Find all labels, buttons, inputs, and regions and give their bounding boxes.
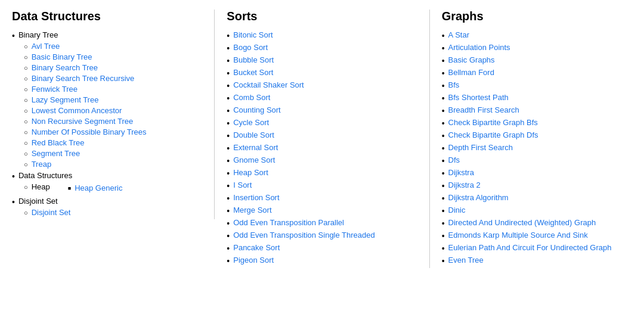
bubble-sort-link[interactable]: Bubble Sort	[233, 55, 274, 64]
avl-tree-link[interactable]: Avl Tree	[32, 42, 60, 51]
list-item: Articulation Points	[442, 43, 632, 53]
treap-link[interactable]: Treap	[32, 160, 51, 169]
even-tree-link[interactable]: Even Tree	[448, 256, 484, 265]
directed-undirected-graph-link[interactable]: Directed And Undirected (Weighted) Graph	[448, 218, 596, 227]
red-black-tree-link[interactable]: Red Black Tree	[32, 138, 85, 147]
list-item: Dfs	[442, 156, 632, 166]
list-item: Disjoint Set	[24, 208, 202, 217]
check-bipartite-dfs-link[interactable]: Check Bipartite Graph Dfs	[448, 130, 538, 139]
external-sort-link[interactable]: External Sort	[233, 143, 278, 152]
list-item: Eulerian Path And Circuit For Undirected…	[442, 243, 632, 253]
heap-generic-link[interactable]: Heap Generic	[75, 184, 122, 192]
heap-sub-list: Heap Generic	[54, 184, 123, 194]
insertion-sort-link[interactable]: Insertion Sort	[233, 193, 279, 202]
depth-first-search-link[interactable]: Depth First Search	[448, 143, 513, 152]
dijkstra-link[interactable]: Dijkstra	[448, 168, 474, 177]
list-item: Comb Sort	[227, 93, 417, 103]
sorts-heading: Sorts	[227, 10, 417, 23]
merge-sort-link[interactable]: Merge Sort	[233, 206, 271, 214]
list-item: Edmonds Karp Multiple Source And Sink	[442, 231, 632, 241]
data-structures-column: Data Structures Binary Tree Avl Tree Bas…	[12, 10, 215, 219]
cocktail-shaker-sort-link[interactable]: Cocktail Shaker Sort	[233, 80, 304, 89]
disjoint-set-link[interactable]: Disjoint Set	[32, 208, 71, 217]
data-structures-list: Binary Tree Avl Tree Basic Binary Tree B…	[12, 30, 202, 217]
counting-sort-link[interactable]: Counting Sort	[233, 105, 281, 114]
list-item: Binary Tree Avl Tree Basic Binary Tree B…	[12, 30, 202, 169]
comb-sort-link[interactable]: Comb Sort	[233, 93, 270, 102]
breadth-first-search-link[interactable]: Breadth First Search	[448, 105, 519, 114]
pancake-sort-link[interactable]: Pancake Sort	[233, 243, 280, 252]
dfs-link[interactable]: Dfs	[448, 156, 460, 164]
list-item: Bucket Sort	[227, 68, 417, 78]
list-item: Heap Sort	[227, 168, 417, 178]
list-item: Merge Sort	[227, 206, 417, 216]
list-item: Disjoint Set Disjoint Set	[12, 197, 202, 217]
bfs-link[interactable]: Bfs	[448, 80, 460, 89]
number-possible-binary-trees-link[interactable]: Number Of Possible Binary Trees	[32, 127, 147, 136]
heap-label: Heap	[32, 182, 50, 191]
data-structures-heading: Data Structures	[12, 10, 202, 23]
odd-even-parallel-link[interactable]: Odd Even Transposition Parallel	[233, 218, 344, 227]
list-item: I Sort	[227, 181, 417, 191]
list-item: Cocktail Shaker Sort	[227, 80, 417, 91]
bitonic-sort-link[interactable]: Bitonic Sort	[233, 30, 273, 39]
list-item: Bfs	[442, 80, 632, 91]
odd-even-single-threaded-link[interactable]: Odd Even Transposition Single Threaded	[233, 231, 375, 240]
check-bipartite-bfs-link[interactable]: Check Bipartite Graph Bfs	[448, 118, 538, 127]
disjoint-set-sub-list: Disjoint Set	[12, 208, 202, 217]
i-sort-link[interactable]: I Sort	[233, 181, 252, 189]
list-item: Pancake Sort	[227, 243, 417, 253]
pigeon-sort-link[interactable]: Pigeon Sort	[233, 256, 274, 265]
list-item: Pigeon Sort	[227, 256, 417, 266]
bellman-ford-link[interactable]: Bellman Ford	[448, 68, 494, 77]
list-item: Heap Generic	[68, 184, 123, 192]
graphs-list: A Star Articulation Points Basic Graphs …	[442, 30, 632, 266]
fenwick-tree-link[interactable]: Fenwick Tree	[32, 85, 78, 94]
basic-graphs-link[interactable]: Basic Graphs	[448, 55, 495, 64]
list-item: Odd Even Transposition Parallel	[227, 218, 417, 228]
list-item: Dijkstra 2	[442, 181, 632, 191]
list-item: Treap	[24, 160, 202, 169]
graphs-heading: Graphs	[442, 10, 632, 23]
list-item: Data Structures Heap Heap Generic	[12, 171, 202, 194]
bfs-shortest-path-link[interactable]: Bfs Shortest Path	[448, 93, 509, 102]
segment-tree-link[interactable]: Segment Tree	[32, 149, 80, 158]
eulerian-path-link[interactable]: Eulerian Path And Circuit For Undirected…	[448, 243, 612, 252]
list-item: Lazy Segment Tree	[24, 95, 202, 104]
bogo-sort-link[interactable]: Bogo Sort	[233, 43, 268, 52]
bucket-sort-link[interactable]: Bucket Sort	[233, 68, 273, 77]
lazy-segment-tree-link[interactable]: Lazy Segment Tree	[32, 95, 99, 104]
list-item: Lowest Common Ancestor	[24, 106, 202, 115]
list-item: Gnome Sort	[227, 156, 417, 166]
list-item: Dinic	[442, 206, 632, 216]
list-item: A Star	[442, 30, 632, 41]
articulation-points-link[interactable]: Articulation Points	[448, 43, 510, 52]
gnome-sort-link[interactable]: Gnome Sort	[233, 156, 275, 164]
basic-binary-tree-link[interactable]: Basic Binary Tree	[32, 52, 92, 61]
list-item: Check Bipartite Graph Dfs	[442, 130, 632, 141]
list-item: Counting Sort	[227, 105, 417, 116]
double-sort-link[interactable]: Double Sort	[233, 130, 274, 139]
a-star-link[interactable]: A Star	[448, 30, 469, 39]
heap-sort-link[interactable]: Heap Sort	[233, 168, 268, 177]
dijkstra-algorithm-link[interactable]: Dijkstra Algorithm	[448, 193, 509, 202]
list-item: Depth First Search	[442, 143, 632, 153]
list-item: Double Sort	[227, 130, 417, 141]
cycle-sort-link[interactable]: Cycle Sort	[233, 118, 269, 127]
edmonds-karp-link[interactable]: Edmonds Karp Multiple Source And Sink	[448, 231, 588, 240]
lowest-common-ancestor-link[interactable]: Lowest Common Ancestor	[32, 106, 122, 115]
dinic-link[interactable]: Dinic	[448, 206, 466, 214]
list-item: Fenwick Tree	[24, 85, 202, 94]
graphs-column: Graphs A Star Articulation Points Basic …	[430, 10, 632, 268]
list-item: Bellman Ford	[442, 68, 632, 78]
data-structures-sub-list: Heap Heap Generic	[12, 182, 202, 194]
binary-search-tree-recursive-link[interactable]: Binary Search Tree Recursive	[32, 74, 135, 83]
list-item: Non Recursive Segment Tree	[24, 117, 202, 126]
binary-search-tree-link[interactable]: Binary Search Tree	[32, 63, 98, 72]
list-item: Bitonic Sort	[227, 30, 417, 41]
list-item: External Sort	[227, 143, 417, 153]
dijkstra-2-link[interactable]: Dijkstra 2	[448, 181, 481, 189]
non-recursive-segment-tree-link[interactable]: Non Recursive Segment Tree	[32, 117, 134, 126]
list-item: Bubble Sort	[227, 55, 417, 66]
list-item: Odd Even Transposition Single Threaded	[227, 231, 417, 241]
